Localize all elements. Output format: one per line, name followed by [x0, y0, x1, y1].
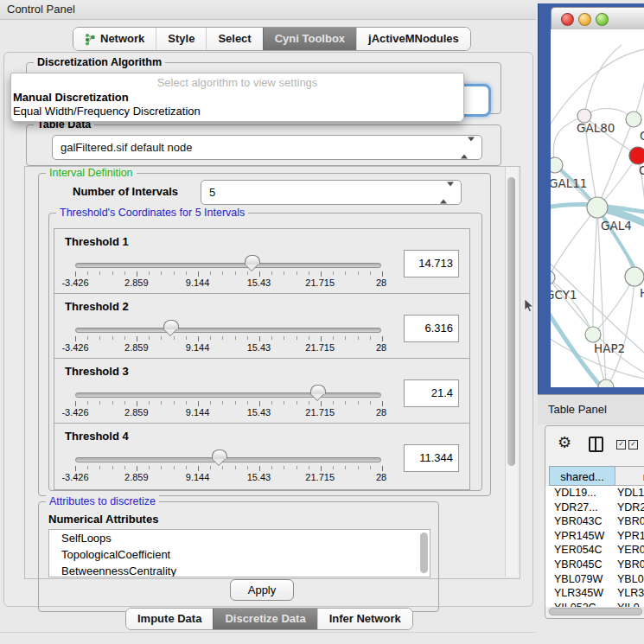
table-row[interactable]: YDR27...YDR2 — [549, 501, 644, 515]
attribute-list-item[interactable]: TopologicalCoefficient — [49, 546, 430, 563]
close-button[interactable] — [561, 13, 574, 26]
checkbox-icon[interactable]: ✓ — [628, 440, 638, 450]
slider-thumb[interactable] — [212, 450, 227, 459]
network-node[interactable] — [626, 112, 641, 127]
checkbox-icon[interactable]: ✓ — [616, 440, 626, 450]
table-row[interactable]: YLR345WYLR3 — [549, 586, 644, 601]
slider-track[interactable] — [75, 392, 381, 398]
threshold-value-field[interactable]: 14.713 — [404, 250, 459, 277]
threshold-panel: Threshold 4-3.4262.8599.14415.4321.71528… — [54, 423, 470, 490]
slider-thumb[interactable] — [245, 255, 260, 265]
control-panel-tabs: NetworkStyleSelectCyni ToolboxjActiveMNo… — [73, 27, 471, 51]
numerical-attributes-list[interactable]: SelfLoopsTopologicalCoefficientBetweenne… — [48, 529, 430, 577]
table-cell[interactable]: YBL079W — [554, 572, 603, 587]
tab-label: Infer Network — [329, 609, 401, 629]
minimize-button[interactable] — [578, 13, 591, 26]
table-row[interactable]: YBL079WYBL0 — [549, 572, 644, 587]
threshold-slider[interactable]: -3.4262.8599.14415.4321.71528 — [75, 320, 381, 354]
network-node-selected[interactable] — [629, 147, 644, 164]
table-cell[interactable]: YIL052C — [554, 601, 596, 607]
threshold-value-field[interactable]: 21.4 — [404, 379, 459, 407]
dropdown-options: Manual DiscretizationEqual Width/Frequen… — [11, 91, 463, 118]
table-cell[interactable]: YBR0 — [617, 558, 644, 572]
cyni-mode-tabs: Impute DataDiscretize DataInfer Network — [125, 608, 413, 630]
table-cell[interactable]: YBR0 — [617, 514, 644, 529]
network-view-window[interactable]: GAL80 GAL11 GAL4 GCY1 HAP2 G C H — [538, 3, 644, 394]
threshold-slider[interactable]: -3.4262.8599.14415.4321.71528 — [75, 255, 381, 290]
table-cell[interactable]: YPR1 — [617, 529, 644, 544]
table-cell[interactable]: YBR043C — [554, 514, 603, 529]
zoom-button[interactable] — [596, 13, 609, 26]
threshold-value-field[interactable]: 6.316 — [404, 315, 459, 342]
table-cell[interactable]: YPR145W — [554, 529, 604, 544]
table-row[interactable]: YDL19...YDL1 — [549, 486, 644, 501]
table-cell[interactable]: YLR3 — [617, 586, 644, 601]
horizontal-scrollbar[interactable] — [547, 607, 644, 615]
network-node[interactable] — [587, 197, 608, 218]
attribute-list-item[interactable]: SelfLoops — [49, 530, 430, 546]
svg-text:C: C — [639, 163, 644, 177]
table-cell[interactable]: YER0 — [617, 543, 644, 558]
vertical-scrollbar[interactable] — [505, 167, 518, 577]
slider-track[interactable] — [75, 263, 381, 268]
table-cell[interactable]: YLR345W — [554, 586, 603, 601]
threshold-panel: Threshold 1-3.4262.8599.14415.4321.71528… — [54, 228, 470, 296]
dropdown-option[interactable]: Equal Width/Frequency Discretization — [11, 105, 463, 118]
network-node[interactable] — [551, 157, 563, 173]
table-row[interactable]: YER054CYER0 — [549, 543, 644, 558]
slider-major-ticks — [75, 466, 383, 471]
slider-tick-label: 15.43 — [247, 277, 271, 288]
slider-tick-label: -3.426 — [61, 407, 88, 418]
tab-jactivemnodules[interactable]: jActiveMNodules — [356, 28, 470, 50]
table-cell[interactable]: YIL0 — [617, 601, 640, 607]
threshold-value-field[interactable]: 11.344 — [404, 444, 459, 472]
table-cell[interactable]: YDL1 — [617, 486, 644, 501]
apply-button[interactable]: Apply — [230, 579, 294, 601]
svg-text:GCY1: GCY1 — [551, 288, 577, 302]
number-of-intervals-combobox[interactable]: 5 — [201, 180, 462, 205]
slider-thumb[interactable] — [163, 320, 179, 329]
tab-cyni-toolbox[interactable]: Cyni Toolbox — [263, 28, 356, 50]
threshold-slider[interactable]: -3.4262.8599.14415.4321.71528 — [75, 450, 381, 484]
table-row[interactable]: YIL052CYIL0 — [549, 601, 644, 607]
slider-track[interactable] — [75, 328, 381, 333]
tab-infer-network[interactable]: Infer Network — [317, 609, 412, 629]
panel-bottom-edge — [0, 632, 536, 633]
slider-track[interactable] — [75, 457, 381, 462]
table-cell[interactable]: YER054C — [554, 543, 603, 558]
svg-text:GAL80: GAL80 — [577, 121, 615, 135]
table-row[interactable]: YBR043CYBR0 — [549, 514, 644, 529]
dropdown-option[interactable]: Manual Discretization — [11, 91, 463, 105]
tab-impute-data[interactable]: Impute Data — [126, 609, 213, 629]
horizontal-scrollbar-thumb[interactable] — [549, 608, 642, 615]
vertical-scrollbar-thumb[interactable] — [507, 177, 515, 466]
table-cell[interactable]: YBL0 — [617, 572, 644, 587]
column-header-name[interactable]: na — [615, 466, 644, 486]
network-window-titlebar[interactable] — [551, 7, 644, 31]
table-row[interactable]: YBR045CYBR0 — [549, 558, 644, 572]
table-row[interactable]: YPR145WYPR1 — [549, 529, 644, 544]
table-cell[interactable]: YDR27... — [554, 501, 598, 515]
column-header-shared[interactable]: shared... — [549, 466, 615, 486]
attributes-list-scrollbar[interactable] — [420, 532, 428, 573]
threshold-slider[interactable]: -3.4262.8599.14415.4321.71528 — [75, 385, 381, 419]
number-of-intervals-label: Number of Intervals — [73, 185, 178, 198]
network-node[interactable] — [598, 379, 614, 387]
table-data-combobox[interactable]: galFiltered.sif default node — [52, 135, 482, 160]
tab-discretize-data[interactable]: Discretize Data — [213, 609, 316, 629]
split-columns-icon[interactable] — [589, 437, 603, 452]
tab-select[interactable]: Select — [206, 28, 262, 50]
threshold-panel: Threshold 2-3.4262.8599.14415.4321.71528… — [54, 293, 470, 360]
control-panel-titlebar: Control Panel — [0, 0, 536, 20]
tab-network[interactable]: Network — [73, 28, 156, 50]
network-node[interactable] — [625, 267, 644, 286]
attribute-list-item[interactable]: BetweennessCentrality — [49, 563, 430, 577]
network-node[interactable] — [585, 327, 601, 342]
table-cell[interactable]: YDL19... — [554, 486, 596, 501]
gear-icon[interactable]: ⚙ — [558, 433, 571, 452]
network-canvas[interactable]: GAL80 GAL11 GAL4 GCY1 HAP2 G C H — [551, 29, 644, 387]
tab-style[interactable]: Style — [156, 28, 206, 50]
table-cell[interactable]: YBR045C — [554, 558, 603, 572]
slider-thumb[interactable] — [310, 385, 326, 394]
table-cell[interactable]: YDR2 — [617, 501, 644, 515]
